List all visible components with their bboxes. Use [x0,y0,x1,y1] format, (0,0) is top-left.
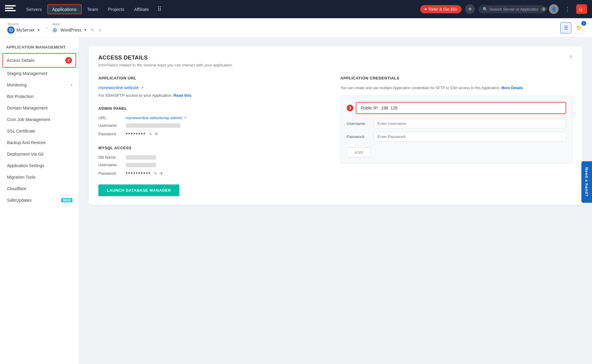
sidebar-item-staging[interactable]: Staging Management [0,68,79,79]
public-ip-container: 3 Public IP: 198. 126 [347,102,566,114]
server-breadcrumb: Servers MyServer ▾ [7,22,41,34]
nav-servers[interactable]: Servers [22,5,46,14]
admin-password-label: Password: [98,132,123,136]
main-content: ACCESS DETAILS ? Information related to … [79,38,592,364]
cred-password-input[interactable] [374,132,566,141]
admin-url-link[interactable]: mynewonline.website/wp-admin/ ↗ [126,116,186,120]
admin-panel-header: ADMIN PANEL [98,106,331,111]
add-button[interactable]: + [465,4,475,14]
edit-password-icon[interactable]: ✎ [149,132,152,136]
left-column: APPLICATION URL mynewonline.website ↗ Fo… [98,76,331,196]
nav-applications[interactable]: Applications [47,4,82,14]
folder-badge: 1 [581,21,586,26]
access-details-card: ACCESS DETAILS ? Information related to … [89,46,582,205]
cron-label: Cron Job Management [7,117,50,122]
mysql-section: MYSQL ACCESS DB Name: Username: Password… [98,146,331,196]
admin-username-label: Username: [98,123,123,128]
mysql-header: MYSQL ACCESS [98,146,331,150]
admin-url-value: mynewonline.website/wp-admin/ [126,116,182,120]
sidebar-item-bot-protection[interactable]: Bot Protection [0,91,79,102]
deployment-label: Deployment Via Git [7,152,43,157]
step-3-badge: 3 [347,105,353,111]
server-dropdown-button[interactable]: ▾ [36,27,41,33]
app-dropdown-button[interactable]: ▾ [83,27,88,33]
section-subtitle: Information related to the several ways … [98,63,573,67]
svg-rect-2 [5,10,16,11]
cred-password-label: Password: [347,134,371,139]
svg-rect-1 [5,8,13,9]
sidebar-item-migration[interactable]: Migration Tools [0,171,79,183]
refer-button[interactable]: ♥ Refer & Get $50 [420,5,461,13]
help-pull-tab[interactable]: Need a hand? [581,161,592,203]
mysql-password-dots: •••••••••• [126,170,151,177]
nav-items: Servers Applications Team Projects Affil… [22,4,418,15]
sidebar-item-backup[interactable]: Backup And Restore [0,137,79,148]
sidebar-item-cloudflare[interactable]: Cloudflare [0,183,79,194]
more-details-link[interactable]: More Details [501,86,523,90]
nav-projects[interactable]: Projects [104,5,128,14]
breadcrumb-right: ☰ 📁 1 [560,22,585,33]
sidebar-item-deployment[interactable]: Deployment Via Git [0,148,79,160]
server-name: MyServer [16,28,35,32]
nav-affiliate[interactable]: Affiliate [130,5,153,14]
public-ip-value: 198. 126 [381,106,398,110]
sidebar-item-domain[interactable]: Domain Management [0,102,79,114]
cloudflare-label: Cloudflare [7,186,26,191]
grid-icon[interactable]: ⠿ [154,4,165,15]
server-name-row: MyServer ▾ [7,26,41,34]
mysql-password-row: Password: •••••••••• ✎ 👁 [98,170,331,177]
sidebar-item-safeupdates[interactable]: SafeUpdates NEW [0,194,79,206]
app-url-link[interactable]: mynewonline.website ↗ [98,85,331,90]
servers-label: Servers [7,22,41,26]
monitoring-label: Monitoring [7,83,27,87]
db-name-row: DB Name: [98,155,331,160]
edit-app-button[interactable]: ✎ [90,27,96,33]
sidebar-item-monitoring[interactable]: Monitoring ▾ [0,79,79,91]
launch-db-button[interactable]: LAUNCH DATABASE MANAGER [98,184,179,196]
cred-password-row: Password: [347,132,566,141]
ssl-label: SSL Certificate [7,129,35,133]
logo-icon [5,4,16,14]
nav-team[interactable]: Team [83,5,103,14]
sidebar-item-app-settings[interactable]: Application Settings [0,160,79,171]
wordpress-icon: ⊕ [52,26,57,34]
sidebar-item-access-details[interactable]: Access Details 2 [2,53,76,68]
help-icon[interactable]: ? [569,55,573,61]
list-view-button[interactable]: ☰ [560,22,571,33]
breadcrumb-bar: Servers MyServer ▾ › Apps ⊕ WordPress ▾ … [0,18,592,38]
mysql-username-row: Username: [98,163,331,167]
read-this-link[interactable]: Read this [174,93,192,98]
refer-label: Refer & Get $50 [429,7,457,12]
access-details-label: Access Details [7,58,35,63]
show-mysql-password-icon[interactable]: 👁 [159,171,164,176]
user-avatar[interactable]: 👤 [549,4,559,14]
cred-username-row: Username: [347,119,566,128]
mysql-username-value [126,163,156,167]
public-ip-row: Public IP: 198. 126 [356,102,566,114]
add-credential-button[interactable]: ADD [347,147,371,157]
sidebar-item-ssl[interactable]: SSL Certificate [0,125,79,137]
folder-button[interactable]: 📁 1 [574,22,585,33]
admin-url-label: URL: [98,116,123,120]
search-input[interactable] [489,7,538,12]
more-options-icon[interactable]: ⋮ [562,5,573,14]
section-title: ACCESS DETAILS ? [98,55,573,61]
gift-button[interactable]: 🎁 [576,4,587,14]
sidebar-title: Application Management [0,45,79,53]
app-name-row: ⊕ WordPress ▾ ✎ ⎋ [52,26,102,34]
sidebar-item-cron[interactable]: Cron Job Management [0,114,79,125]
admin-username-value [126,123,180,128]
admin-external-icon: ↗ [184,116,186,120]
mysql-password-label: Password: [98,171,123,176]
cred-username-input[interactable] [374,119,566,128]
external-link-button[interactable]: ⎋ [97,27,102,33]
step-2-badge: 2 [65,57,72,64]
app-url-section: APPLICATION URL mynewonline.website ↗ Fo… [98,76,331,98]
edit-mysql-password-icon[interactable]: ✎ [154,171,158,176]
bot-protection-label: Bot Protection [7,94,34,99]
show-password-icon[interactable]: 👁 [154,132,158,136]
notif-badge: 0 [541,7,546,11]
main-layout: Application Management Access Details 2 … [0,38,592,364]
chevron-down-icon: ▾ [71,83,73,87]
admin-password-row: Password: •••••••• ✎ 👁 [98,131,331,137]
